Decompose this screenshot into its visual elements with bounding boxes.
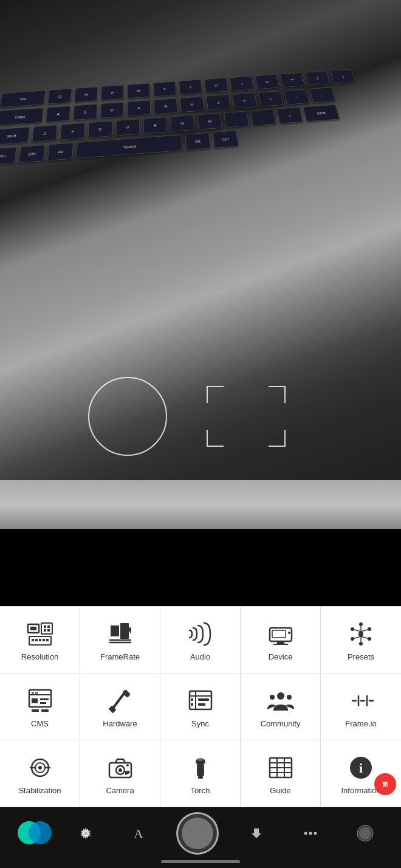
svg-rect-42 <box>32 709 39 712</box>
menu-item-guide[interactable]: Guide <box>241 740 321 807</box>
svg-rect-12 <box>46 639 49 641</box>
svg-point-74 <box>197 757 204 761</box>
check-icon <box>248 825 265 842</box>
svg-rect-51 <box>198 703 205 706</box>
menu-item-audio[interactable]: Audio <box>160 607 241 673</box>
svg-point-55 <box>270 695 275 700</box>
device-label: Device <box>269 652 293 661</box>
camera-viewfinder: Tab QWE RTY UIO P[] Caps ASD FGH JKL ;' … <box>0 0 401 529</box>
svg-line-44 <box>113 694 124 708</box>
hardware-icon <box>105 687 136 714</box>
watermark: 简 www.jylzwj.com <box>358 773 396 802</box>
svg-point-20 <box>288 632 290 634</box>
svg-point-54 <box>277 692 284 700</box>
nav-media-library[interactable] <box>18 818 48 849</box>
framerate-label: FrameRate <box>100 652 140 661</box>
focus-bracket <box>207 386 286 447</box>
svg-rect-21 <box>272 630 286 638</box>
device-icon <box>265 621 296 647</box>
community-icon <box>265 687 296 714</box>
resolution-label: Resolution <box>21 652 58 661</box>
svg-point-86 <box>309 832 312 835</box>
torch-label: Torch <box>191 786 210 795</box>
svg-rect-39 <box>32 698 38 703</box>
svg-rect-1 <box>30 627 36 630</box>
frameio-icon <box>345 687 377 714</box>
svg-point-70 <box>126 764 129 766</box>
frameio-label: Frame.io <box>345 719 376 728</box>
menu-item-sync[interactable]: Sync <box>160 673 241 740</box>
menu-item-stabilization[interactable]: Stabilization <box>0 740 80 807</box>
cms-icon <box>24 687 56 714</box>
svg-rect-43 <box>41 709 49 712</box>
cms-label: CMS <box>31 719 49 728</box>
svg-rect-2 <box>41 623 52 634</box>
audio-label: Audio <box>190 652 210 661</box>
record-button[interactable] <box>176 812 219 855</box>
svg-rect-3 <box>44 625 46 628</box>
menu-item-hardware[interactable]: Hardware <box>80 673 160 740</box>
svg-rect-8 <box>32 639 34 641</box>
svg-rect-9 <box>35 639 38 641</box>
nav-menu[interactable] <box>294 818 324 849</box>
sync-icon <box>185 687 216 714</box>
svg-rect-37 <box>32 692 34 694</box>
svg-point-87 <box>314 832 317 835</box>
svg-point-69 <box>118 768 122 772</box>
svg-rect-52 <box>191 698 193 701</box>
svg-rect-6 <box>47 629 50 632</box>
watermark-logo: 简 <box>374 773 396 795</box>
presets-icon <box>345 621 377 647</box>
svg-rect-11 <box>43 639 45 641</box>
svg-rect-72 <box>197 764 204 776</box>
menu-item-frameio[interactable]: Frame.io <box>321 673 401 740</box>
camera-label: Camera <box>106 786 134 795</box>
settings-menu: Resolution FrameRate <box>0 606 401 807</box>
menu-item-torch[interactable]: Torch <box>160 740 241 807</box>
stabilization-label: Stabilization <box>18 786 61 795</box>
svg-rect-50 <box>198 698 209 701</box>
hardware-label: Hardware <box>103 719 137 728</box>
laptop-body <box>0 480 401 529</box>
menu-item-framerate[interactable]: FrameRate <box>80 607 160 673</box>
svg-point-85 <box>304 832 307 835</box>
menu-item-device[interactable]: Device <box>241 607 321 673</box>
svg-rect-73 <box>198 776 203 779</box>
svg-point-89 <box>359 827 372 839</box>
camera-icon <box>105 754 136 781</box>
nav-check[interactable] <box>241 818 272 849</box>
nav-shutter[interactable] <box>347 815 383 852</box>
bottom-navigation: A <box>0 807 401 868</box>
svg-rect-10 <box>39 639 41 641</box>
svg-rect-4 <box>47 625 50 628</box>
sync-label: Sync <box>191 719 209 728</box>
record-button-inner <box>182 818 213 849</box>
menu-grid: Resolution FrameRate <box>0 606 401 807</box>
svg-rect-45 <box>122 689 130 698</box>
torch-icon <box>185 754 216 781</box>
resolution-icon <box>24 621 56 647</box>
stabilization-icon <box>24 754 56 781</box>
nav-text[interactable]: A <box>123 818 154 849</box>
menu-item-community[interactable]: Community <box>241 673 321 740</box>
svg-rect-40 <box>40 698 49 700</box>
home-indicator <box>161 860 240 863</box>
gear-icon <box>77 825 94 842</box>
presets-label: Presets <box>348 652 374 661</box>
svg-rect-41 <box>40 702 46 704</box>
audio-icon <box>185 621 216 647</box>
svg-rect-38 <box>35 692 38 694</box>
menu-item-presets[interactable]: Presets <box>321 607 401 673</box>
svg-text:简: 简 <box>382 781 389 788</box>
svg-rect-53 <box>191 703 193 706</box>
nav-settings[interactable] <box>70 818 101 849</box>
guide-label: Guide <box>270 786 291 795</box>
svg-point-22 <box>358 632 363 636</box>
svg-point-66 <box>38 766 42 770</box>
menu-item-cms[interactable]: CMS <box>0 673 80 740</box>
menu-item-camera[interactable]: Camera <box>80 740 160 807</box>
svg-text:A: A <box>134 826 143 841</box>
svg-rect-5 <box>44 629 46 632</box>
svg-rect-14 <box>120 623 129 639</box>
menu-item-resolution[interactable]: Resolution <box>0 607 80 673</box>
